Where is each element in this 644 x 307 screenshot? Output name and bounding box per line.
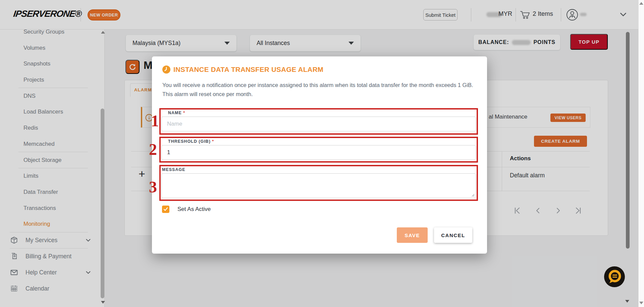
set-as-active-label: Set As Active [177,206,211,213]
scroll-up-icon[interactable] [639,2,643,5]
annotation-number-3: 3 [149,179,157,195]
annotation-box-2 [159,137,478,163]
modal-description: You will receive a notification once per… [162,81,478,99]
browser-scrollbar[interactable] [638,0,644,307]
annotation-number-2: 2 [149,141,157,158]
clock-icon [162,65,171,74]
save-button[interactable]: SAVE [397,227,428,243]
chat-icon [603,266,626,288]
set-as-active-checkbox[interactable] [162,206,169,213]
annotation-number-1: 1 [151,113,159,129]
modal-title: INSTANCE DATA TRANSFER USAGE ALARM [173,65,323,74]
annotation-box-3 [159,165,478,201]
cancel-button[interactable]: CANCEL [434,227,472,243]
scroll-down-icon[interactable] [639,302,643,304]
check-icon [163,207,168,211]
annotation-box-1 [159,108,478,135]
chat-widget-button[interactable] [603,266,626,288]
